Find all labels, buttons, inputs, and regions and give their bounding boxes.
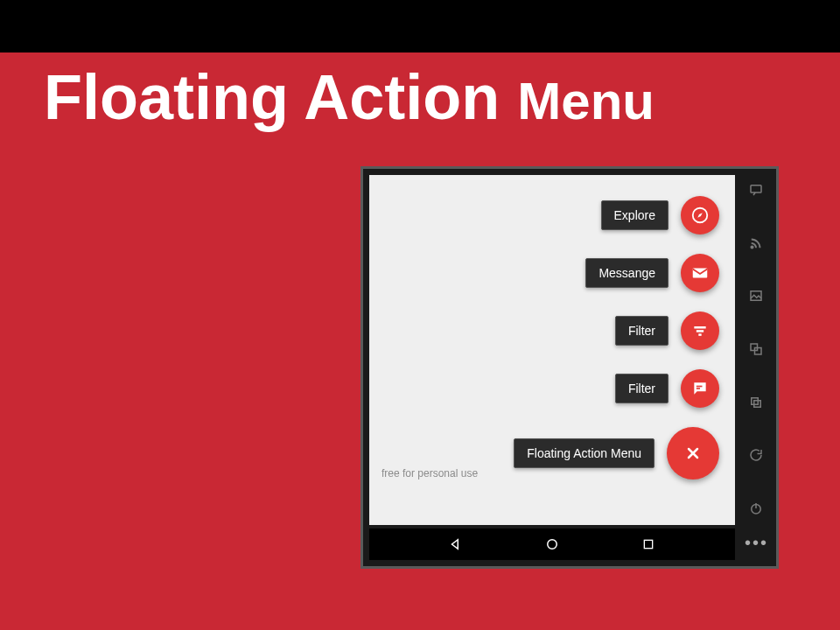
slide-background: Floating Action Menu Explore Messange	[0, 52, 840, 630]
svg-rect-12	[751, 291, 761, 301]
back-icon[interactable]	[446, 535, 466, 554]
recents-icon[interactable]	[639, 535, 658, 554]
android-navbar	[369, 528, 735, 560]
fab-label: Explore	[601, 200, 668, 230]
fab-item-message[interactable]: Messange	[585, 254, 719, 292]
svg-rect-10	[751, 186, 761, 192]
watermark-text: free for personal use	[382, 467, 478, 480]
rss-icon[interactable]	[746, 234, 766, 253]
filter-icon[interactable]	[681, 312, 719, 350]
fab-label: Filter	[615, 374, 668, 403]
title-word-1: Floating	[44, 62, 289, 132]
svg-marker-1	[697, 213, 703, 218]
fab-item-explore[interactable]: Explore	[601, 196, 719, 234]
fab-item-filter[interactable]: Filter	[615, 312, 719, 350]
svg-rect-5	[698, 333, 701, 336]
svg-point-11	[751, 246, 752, 248]
page-title: Floating Action Menu	[44, 61, 796, 133]
svg-rect-7	[696, 388, 700, 389]
svg-rect-4	[696, 330, 704, 332]
power-icon[interactable]	[746, 499, 766, 518]
svg-point-20	[548, 540, 557, 550]
fab-label: Messange	[585, 258, 668, 288]
duplicate-icon[interactable]	[746, 393, 766, 412]
overlap-icon[interactable]	[746, 340, 766, 359]
svg-rect-21	[644, 540, 652, 548]
title-word-3: Menu	[517, 72, 654, 130]
tool-sidebar	[740, 175, 772, 525]
svg-marker-19	[452, 540, 458, 550]
mail-icon[interactable]	[681, 254, 719, 292]
fab-menu: Explore Messange	[514, 196, 719, 480]
title-word-2: Action	[304, 62, 500, 132]
svg-rect-6	[696, 386, 703, 388]
fab-item-chat[interactable]: Filter	[615, 369, 719, 408]
fab-label: Filter	[615, 316, 668, 346]
fab-main-row[interactable]: Floating Action Menu	[514, 427, 719, 480]
sms-icon[interactable]	[746, 180, 766, 200]
home-icon[interactable]	[542, 535, 562, 554]
chat-icon[interactable]	[681, 369, 719, 408]
svg-rect-3	[694, 326, 705, 329]
close-icon[interactable]	[667, 427, 719, 480]
device-screen: Explore Messange	[369, 175, 735, 525]
compass-icon[interactable]	[681, 196, 719, 234]
fab-main-label: Floating Action Menu	[514, 438, 654, 468]
picture-icon[interactable]	[746, 286, 766, 305]
device-frame: Explore Messange	[360, 166, 779, 569]
rotate-icon[interactable]	[746, 445, 766, 465]
more-icon[interactable]: •••	[745, 533, 768, 553]
